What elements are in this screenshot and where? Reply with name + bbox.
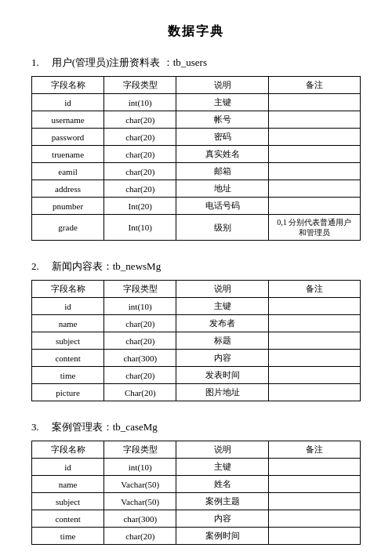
col-header-3-2: 说明 <box>176 441 268 459</box>
table-cell-3-1-2: 姓名 <box>176 476 268 493</box>
table-cell-1-7-1: Int(10) <box>104 215 176 241</box>
table-cell-1-0-2: 主键 <box>176 94 268 111</box>
table-cell-2-4-0: time <box>32 367 104 384</box>
col-header-1-2: 说明 <box>176 77 268 94</box>
table-cell-2-2-1: char(20) <box>104 332 176 350</box>
section-title-3: 案例管理表：tb_caseMg <box>52 420 158 434</box>
table-cell-1-1-0: username <box>32 111 104 129</box>
table-cell-1-5-1: char(20) <box>104 180 176 198</box>
section-title-2: 新闻内容表：tb_newsMg <box>52 259 161 274</box>
table-cell-1-1-3 <box>268 111 360 129</box>
table-cell-1-6-1: Int(20) <box>104 198 176 215</box>
table-row: subjectVachar(50)案例主题 <box>32 493 361 510</box>
table-row: nameVachar(50)姓名 <box>32 476 361 493</box>
table-cell-1-4-3 <box>268 163 360 180</box>
table-cell-2-4-1: char(20) <box>104 367 176 384</box>
table-cell-2-5-0: picture <box>32 384 104 401</box>
table-cell-1-2-1: char(20) <box>104 129 176 146</box>
section-number-1: 1. <box>31 56 39 69</box>
table-row: idint(10)主键 <box>32 94 361 111</box>
table-cell-3-3-3 <box>268 510 360 528</box>
table-cell-1-6-3 <box>268 198 360 215</box>
table-cell-1-5-2: 地址 <box>176 180 268 198</box>
table-row: usernamechar(20)帐号 <box>32 111 361 129</box>
table-cell-1-2-3 <box>268 129 360 146</box>
col-header-2-3: 备注 <box>268 281 360 298</box>
table-cell-1-1-2: 帐号 <box>176 111 268 129</box>
table-cell-2-1-2: 发布者 <box>176 315 268 332</box>
table-cell-2-3-1: char(300) <box>104 350 176 367</box>
table-cell-3-4-1: char(20) <box>104 528 176 545</box>
section-header-1: 1.用户(管理员)注册资料表 ：tb_users <box>31 56 361 70</box>
table-cell-2-5-3 <box>268 384 360 401</box>
table-cell-3-2-0: subject <box>32 493 104 510</box>
table-row: timechar(20)案例时间 <box>32 528 361 545</box>
table-cell-2-3-3 <box>268 350 360 367</box>
table-cell-2-4-3 <box>268 367 360 384</box>
table-cell-3-3-0: content <box>32 510 104 528</box>
table-cell-3-0-0: id <box>32 459 104 476</box>
table-cell-1-5-0: address <box>32 180 104 198</box>
table-row: namechar(20)发布者 <box>32 315 361 332</box>
section-2: 2.新闻内容表：tb_newsMg字段名称字段类型说明备注idint(10)主键… <box>31 259 361 401</box>
section-title-1: 用户(管理员)注册资料表 ：tb_users <box>52 56 207 70</box>
table-cell-3-1-0: name <box>32 476 104 493</box>
table-cell-2-1-1: char(20) <box>104 315 176 332</box>
table-row: timechar(20)发表时间 <box>32 367 361 384</box>
table-cell-2-5-2: 图片地址 <box>176 384 268 401</box>
table-cell-3-3-1: char(300) <box>104 510 176 528</box>
table-cell-3-1-3 <box>268 476 360 493</box>
col-header-3-0: 字段名称 <box>32 441 104 459</box>
section-header-2: 2.新闻内容表：tb_newsMg <box>31 259 361 274</box>
col-header-2-0: 字段名称 <box>32 281 104 298</box>
table-3: 字段名称字段类型说明备注idint(10)主键nameVachar(50)姓名s… <box>31 441 361 545</box>
table-cell-1-2-0: password <box>32 129 104 146</box>
table-cell-2-3-2: 内容 <box>176 350 268 367</box>
table-cell-2-5-1: Char(20) <box>104 384 176 401</box>
table-row: truenamechar(20)真实姓名 <box>32 146 361 163</box>
page-title: 数据字典 <box>31 24 361 40</box>
col-header-2-2: 说明 <box>176 281 268 298</box>
table-cell-3-2-2: 案例主题 <box>176 493 268 510</box>
col-header-1-3: 备注 <box>268 77 360 94</box>
table-cell-1-7-2: 级别 <box>176 215 268 241</box>
table-cell-3-1-1: Vachar(50) <box>104 476 176 493</box>
table-row: addresschar(20)地址 <box>32 180 361 198</box>
col-header-1-1: 字段类型 <box>104 77 176 94</box>
table-cell-2-0-2: 主键 <box>176 298 268 315</box>
table-cell-2-2-3 <box>268 332 360 350</box>
table-row: contentchar(300)内容 <box>32 510 361 528</box>
col-header-2-1: 字段类型 <box>104 281 176 298</box>
table-cell-1-0-0: id <box>32 94 104 111</box>
table-cell-2-1-0: name <box>32 315 104 332</box>
table-cell-1-0-3 <box>268 94 360 111</box>
table-cell-1-3-2: 真实姓名 <box>176 146 268 163</box>
table-cell-2-0-1: int(10) <box>104 298 176 315</box>
section-number-3: 3. <box>31 421 39 433</box>
table-cell-3-4-2: 案例时间 <box>176 528 268 545</box>
table-cell-3-0-2: 主键 <box>176 459 268 476</box>
table-row: eamilchar(20)邮箱 <box>32 163 361 180</box>
col-header-1-0: 字段名称 <box>32 77 104 94</box>
table-row: idint(10)主键 <box>32 298 361 315</box>
table-row: pnumberInt(20)电话号码 <box>32 198 361 215</box>
col-header-3-1: 字段类型 <box>104 441 176 459</box>
table-row: gradeInt(10)级别0,1 分别代表普通用户和管理员 <box>32 215 361 241</box>
section-number-2: 2. <box>31 260 39 273</box>
section-1: 1.用户(管理员)注册资料表 ：tb_users字段名称字段类型说明备注idin… <box>31 56 361 241</box>
col-header-3-3: 备注 <box>268 441 360 459</box>
table-cell-2-2-2: 标题 <box>176 332 268 350</box>
section-3: 3.案例管理表：tb_caseMg字段名称字段类型说明备注idint(10)主键… <box>31 420 361 545</box>
table-cell-1-3-1: char(20) <box>104 146 176 163</box>
table-cell-3-2-1: Vachar(50) <box>104 493 176 510</box>
table-cell-1-4-2: 邮箱 <box>176 163 268 180</box>
table-cell-3-0-1: int(10) <box>104 459 176 476</box>
table-cell-2-2-0: subject <box>32 332 104 350</box>
table-cell-3-0-3 <box>268 459 360 476</box>
table-cell-1-7-0: grade <box>32 215 104 241</box>
table-cell-1-2-2: 密码 <box>176 129 268 146</box>
table-cell-1-4-0: eamil <box>32 163 104 180</box>
table-row: idint(10)主键 <box>32 459 361 476</box>
table-cell-1-4-1: char(20) <box>104 163 176 180</box>
table-cell-1-1-1: char(20) <box>104 111 176 129</box>
